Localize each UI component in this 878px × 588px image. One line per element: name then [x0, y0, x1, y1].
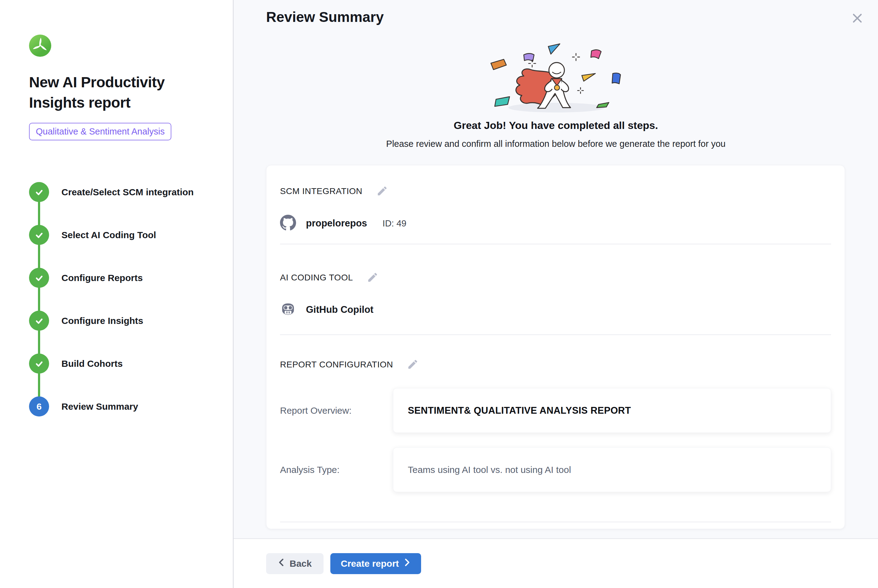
congrats-subtitle: Please review and confirm all informatio…	[234, 139, 878, 149]
ai-coding-tool-name: GitHub Copilot	[306, 304, 374, 315]
report-overview-label: Report Overview:	[280, 405, 393, 416]
scm-integration-heading: SCM INTEGRATION	[280, 186, 362, 196]
github-copilot-icon	[280, 301, 296, 318]
wizard-title: New AI Productivity Insights report	[29, 72, 208, 113]
step-label: Configure Insights	[62, 316, 143, 326]
celebration-hero-illustration	[485, 43, 627, 116]
divider	[280, 522, 831, 522]
step-select-ai-coding-tool[interactable]: Select AI Coding Tool	[29, 213, 220, 256]
ai-coding-tool-heading: AI CODING TOOL	[280, 273, 353, 283]
step-configure-insights[interactable]: Configure Insights	[29, 299, 220, 342]
step-current-number: 6	[29, 396, 49, 417]
step-done-check-icon	[29, 182, 49, 202]
scm-integration-id: ID: 49	[382, 218, 406, 229]
wizard-footer: Back Create report	[234, 538, 878, 588]
scm-integration-section: SCM INTEGRATION propelorepos	[280, 165, 831, 244]
wizard-sidebar: New AI Productivity Insights report Qual…	[0, 0, 234, 588]
github-icon	[280, 215, 296, 232]
propeller-icon	[29, 34, 51, 57]
create-report-button-label: Create report	[341, 558, 399, 569]
step-create-select-scm-integration[interactable]: Create/Select SCM integration	[29, 171, 220, 213]
step-label: Configure Reports	[62, 273, 143, 283]
step-build-cohorts[interactable]: Build Cohorts	[29, 342, 220, 385]
step-label: Review Summary	[62, 401, 138, 412]
analysis-type-label: Analysis Type:	[280, 465, 393, 475]
ai-coding-tool-row: GitHub Copilot	[280, 301, 831, 318]
edit-scm-pencil-icon[interactable]	[376, 185, 388, 198]
step-done-check-icon	[29, 310, 49, 331]
chevron-left-icon	[278, 558, 285, 569]
report-configuration-section: REPORT CONFIGURATION Report Overview: SE…	[280, 335, 831, 522]
analysis-type-value: Teams using AI tool vs. not using AI too…	[408, 465, 571, 475]
congrats-block: Great Job! You have completed all steps.…	[234, 43, 878, 149]
analysis-type-badge: Qualitative & Sentiment Analysis	[29, 123, 171, 140]
review-summary-card: SCM INTEGRATION propelorepos	[266, 165, 845, 529]
step-done-check-icon	[29, 268, 49, 288]
report-overview-row: Report Overview: SENTIMENT& QUALITATIVE …	[280, 388, 831, 433]
step-label: Select AI Coding Tool	[62, 230, 156, 240]
step-review-summary[interactable]: 6 Review Summary	[29, 385, 220, 428]
step-label: Create/Select SCM integration	[62, 187, 194, 198]
review-summary-panel: Review Summary	[234, 0, 878, 588]
scm-integration-name: propelorepos	[306, 218, 367, 229]
report-overview-value: SENTIMENT& QUALITATIVE ANALYSIS REPORT	[408, 405, 631, 416]
app-window: New AI Productivity Insights report Qual…	[0, 0, 878, 588]
analysis-type-value-box: Teams using AI tool vs. not using AI too…	[393, 447, 831, 492]
page-title: Review Summary	[266, 9, 878, 25]
ai-coding-tool-section: AI CODING TOOL	[280, 244, 831, 334]
step-configure-reports[interactable]: Configure Reports	[29, 256, 220, 299]
back-button[interactable]: Back	[266, 553, 323, 574]
create-report-button[interactable]: Create report	[330, 553, 421, 574]
close-icon[interactable]	[850, 11, 864, 25]
back-button-label: Back	[290, 558, 312, 569]
chevron-right-icon	[404, 558, 410, 569]
report-overview-value-box: SENTIMENT& QUALITATIVE ANALYSIS REPORT	[393, 388, 831, 433]
wizard-steps: Create/Select SCM integration Select AI …	[29, 171, 220, 428]
analysis-type-row: Analysis Type: Teams using AI tool vs. n…	[280, 447, 831, 492]
step-done-check-icon	[29, 354, 49, 374]
step-done-check-icon	[29, 225, 49, 245]
app-logo	[29, 34, 51, 57]
edit-ai-tool-pencil-icon[interactable]	[367, 272, 379, 284]
edit-report-config-pencil-icon[interactable]	[407, 358, 419, 371]
report-configuration-heading: REPORT CONFIGURATION	[280, 360, 393, 370]
congrats-title: Great Job! You have completed all steps.	[234, 119, 878, 131]
step-label: Build Cohorts	[62, 358, 123, 369]
scm-integration-row: propelorepos ID: 49	[280, 215, 831, 232]
